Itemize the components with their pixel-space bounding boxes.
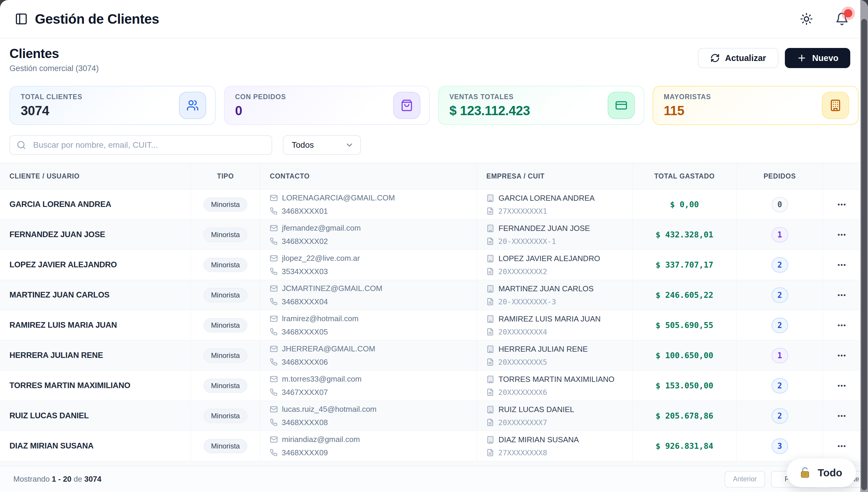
row-actions-button[interactable] bbox=[837, 381, 847, 391]
total-spent: $ 337.707,17 bbox=[656, 260, 713, 269]
table-row: RAMIREZ LUIS MARIA JUAN Minorista lramir… bbox=[0, 310, 860, 340]
building-icon bbox=[486, 345, 494, 353]
client-name: GARCIA LORENA ANDREA bbox=[9, 200, 111, 209]
stats-row: TOTAL CLIENTES 3074 CON PEDIDOS 0 VENTAS… bbox=[9, 86, 859, 125]
file-text-icon bbox=[486, 388, 494, 396]
client-email: LORENAGARCIA@GMAIL.COM bbox=[282, 193, 395, 202]
showing-label: Mostrando bbox=[13, 474, 50, 484]
company-name: GARCIA LORENA ANDREA bbox=[499, 194, 595, 203]
client-type-badge: Minorista bbox=[204, 378, 247, 393]
company-name: TORRES MARTIN MAXIMILIANO bbox=[499, 375, 614, 384]
sidebar-toggle-button[interactable] bbox=[14, 12, 28, 26]
client-type-badge: Minorista bbox=[204, 439, 247, 453]
client-name: DIAZ MIRIAN SUSANA bbox=[9, 441, 94, 450]
phone-icon bbox=[270, 358, 278, 366]
stat-label: TOTAL CLIENTES bbox=[21, 93, 82, 101]
pagination-footer: Mostrando 1 - 20 de 3074 Anterior Página… bbox=[0, 466, 868, 492]
orders-badge: 2 bbox=[771, 288, 788, 303]
client-type-badge: Minorista bbox=[204, 228, 247, 242]
client-name: RUIZ LUCAS DANIEL bbox=[9, 411, 89, 420]
users-icon bbox=[179, 92, 206, 119]
phone-icon bbox=[270, 298, 278, 305]
search-input[interactable] bbox=[9, 135, 272, 155]
column-header-actions bbox=[823, 163, 860, 189]
table-row: DIAZ MIRIAN SUSANA Minorista miriandiaz@… bbox=[0, 431, 860, 461]
building-icon bbox=[486, 375, 494, 383]
client-phone: 3467XXXX07 bbox=[282, 388, 328, 397]
row-actions-button[interactable] bbox=[837, 260, 847, 270]
phone-icon bbox=[270, 388, 278, 396]
new-client-button[interactable]: Nuevo bbox=[785, 48, 850, 68]
total-spent: $ 100.650,00 bbox=[656, 351, 713, 360]
stat-value: $ 123.112.423 bbox=[449, 103, 530, 118]
stat-card-total-clientes: TOTAL CLIENTES 3074 bbox=[9, 86, 216, 125]
building-icon bbox=[486, 436, 494, 444]
building-icon bbox=[486, 194, 494, 202]
type-filter-select[interactable]: Todos bbox=[283, 135, 361, 155]
refresh-button[interactable]: Actualizar bbox=[698, 48, 779, 68]
client-name: FERNANDEZ JUAN JOSE bbox=[9, 230, 105, 239]
client-type-badge: Minorista bbox=[204, 258, 247, 272]
table-row: FERNANDEZ JUAN JOSE Minorista jfernandez… bbox=[0, 220, 860, 250]
file-text-icon bbox=[486, 238, 494, 245]
previous-page-button[interactable]: Anterior bbox=[725, 471, 765, 488]
row-actions-button[interactable] bbox=[837, 350, 847, 361]
stat-value: 115 bbox=[664, 103, 711, 118]
file-text-icon bbox=[486, 449, 494, 457]
client-type-badge: Minorista bbox=[204, 288, 247, 302]
column-header-company: EMPRESA / CUIT bbox=[477, 163, 632, 189]
notifications-button[interactable] bbox=[834, 11, 850, 27]
client-phone: 3468XXXX04 bbox=[282, 297, 328, 306]
row-actions-button[interactable] bbox=[837, 230, 847, 240]
row-actions-button[interactable] bbox=[837, 290, 847, 300]
theme-toggle-button[interactable] bbox=[798, 11, 815, 27]
mail-icon bbox=[270, 285, 278, 293]
company-name: DIAZ MIRIAN SUSANA bbox=[499, 435, 579, 444]
vertical-scrollbar[interactable] bbox=[860, 0, 868, 492]
file-text-icon bbox=[486, 268, 494, 275]
company-name: MARTINEZ JUAN CARLOS bbox=[499, 284, 594, 293]
row-actions-button[interactable] bbox=[837, 411, 847, 421]
client-cuit: 20XXXXXXXX7 bbox=[498, 418, 547, 427]
table-row: HERRERA JULIAN RENE Minorista JHERRERA@G… bbox=[0, 340, 860, 371]
column-header-type: TIPO bbox=[191, 163, 260, 189]
credit-card-icon bbox=[608, 92, 635, 119]
file-text-icon bbox=[486, 419, 494, 426]
stat-label: CON PEDIDOS bbox=[235, 93, 286, 101]
row-actions-button[interactable] bbox=[837, 320, 847, 330]
page-header: Clientes Gestión comercial (3074) Actual… bbox=[0, 39, 868, 78]
client-name: MARTINEZ JUAN CARLOS bbox=[9, 290, 109, 300]
todo-toggle-button[interactable]: Todo bbox=[787, 458, 856, 487]
phone-icon bbox=[270, 268, 278, 275]
row-actions-button[interactable] bbox=[837, 199, 847, 210]
table-row: LOPEZ JAVIER ALEJANDRO Minorista jlopez_… bbox=[0, 250, 860, 280]
file-text-icon bbox=[486, 207, 494, 215]
client-cuit: 20-XXXXXXXX-1 bbox=[498, 237, 556, 246]
building-icon bbox=[486, 224, 494, 232]
phone-icon bbox=[270, 419, 278, 426]
stat-label: MAYORISTAS bbox=[664, 93, 711, 101]
client-name: TORRES MARTIN MAXIMILIANO bbox=[9, 381, 130, 390]
client-cuit: 20XXXXXXXX6 bbox=[498, 388, 547, 397]
client-email: lucas.ruiz_45@hotmail.com bbox=[282, 405, 377, 414]
phone-icon bbox=[270, 238, 278, 245]
client-email: JHERRERA@GMAIL.COM bbox=[282, 344, 375, 353]
row-actions-button[interactable] bbox=[837, 441, 847, 451]
column-header-client: CLIENTE / USUARIO bbox=[0, 163, 191, 189]
client-type-badge: Minorista bbox=[204, 197, 247, 212]
page-subtitle: Gestión comercial (3074) bbox=[9, 64, 99, 73]
column-header-contact: CONTACTO bbox=[260, 163, 477, 189]
plus-icon bbox=[797, 53, 807, 63]
scrollbar-thumb[interactable] bbox=[861, 19, 867, 490]
client-name: RAMIREZ LUIS MARIA JUAN bbox=[9, 321, 117, 330]
showing-of: de bbox=[74, 474, 82, 484]
app-title: Gestión de Clientes bbox=[35, 11, 159, 27]
showing-summary: Mostrando 1 - 20 de 3074 bbox=[13, 474, 102, 484]
client-cuit: 20XXXXXXXX5 bbox=[498, 358, 547, 367]
orders-badge: 2 bbox=[771, 408, 788, 424]
mail-icon bbox=[270, 224, 278, 232]
table-row: MARTINEZ JUAN CARLOS Minorista JCMARTINE… bbox=[0, 280, 860, 310]
client-type-badge: Minorista bbox=[204, 318, 247, 333]
file-text-icon bbox=[486, 328, 494, 336]
shopping-bag-icon bbox=[393, 92, 420, 119]
